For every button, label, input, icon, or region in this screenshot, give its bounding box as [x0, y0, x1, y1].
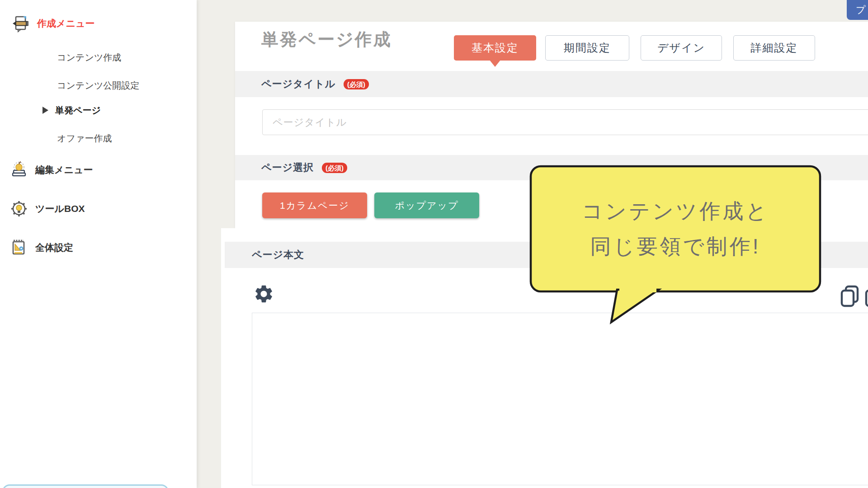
sidebar-item-label: 作成メニュー — [37, 17, 94, 30]
edit-menu-icon — [10, 161, 28, 179]
field-label: ページ選択 — [261, 161, 314, 174]
app-root: 作成メニュー コンテンツ作成 コンテンツ公開設定 単発ページ オファー作成 編集… — [0, 0, 868, 488]
bottom-widget[interactable] — [2, 484, 169, 488]
one-column-page-button[interactable]: 1カラムページ — [262, 192, 367, 218]
global-settings-icon — [10, 239, 28, 257]
field-label: ページ本文 — [252, 248, 304, 262]
page-title-input[interactable] — [262, 109, 868, 135]
copy-icon[interactable] — [839, 284, 861, 309]
required-badge: (必須) — [322, 163, 347, 173]
copy-icon[interactable] — [863, 284, 868, 309]
sidebar-item-toolbox[interactable]: ツールBOX — [10, 200, 85, 218]
sidebar-item-edit-menu[interactable]: 編集メニュー — [10, 161, 93, 179]
tab-design[interactable]: デザイン — [641, 35, 722, 61]
create-menu-icon — [12, 14, 30, 33]
section-header-page-title: ページタイトル (必須) — [235, 71, 868, 97]
page-title: 単発ページ作成 — [261, 28, 392, 51]
popup-button[interactable]: ポップアップ — [374, 192, 479, 218]
sidebar-item-offer-create[interactable]: オファー作成 — [57, 132, 112, 145]
sidebar-item-create-menu[interactable]: 作成メニュー — [12, 14, 94, 33]
required-badge: (必須) — [344, 79, 369, 89]
tab-detail-settings[interactable]: 詳細設定 — [733, 35, 815, 61]
toolbox-icon — [10, 200, 28, 218]
preview-button[interactable]: プ — [847, 0, 868, 20]
section-header-page-body: ページ本文 — [225, 242, 868, 268]
sidebar-item-label: 全体設定 — [35, 241, 73, 254]
page-body-editor[interactable] — [252, 313, 868, 485]
field-label: ページタイトル — [261, 77, 335, 91]
sidebar-item-label: 編集メニュー — [35, 164, 93, 176]
gear-icon[interactable] — [253, 283, 274, 305]
sidebar: 作成メニュー コンテンツ作成 コンテンツ公開設定 単発ページ オファー作成 編集… — [0, 0, 197, 488]
section-header-page-select: ページ選択 (必須) — [235, 155, 868, 180]
sidebar-item-label: ツールBOX — [35, 202, 85, 215]
tab-period-settings[interactable]: 期間設定 — [545, 35, 629, 61]
sidebar-item-single-page[interactable]: 単発ページ — [55, 104, 101, 117]
tab-basic-settings[interactable]: 基本設定 — [454, 35, 536, 61]
sidebar-item-content-create[interactable]: コンテンツ作成 — [57, 52, 121, 64]
sidebar-item-content-publish[interactable]: コンテンツ公開設定 — [57, 80, 139, 92]
sidebar-item-global-settings[interactable]: 全体設定 — [10, 239, 73, 257]
active-item-caret-icon — [42, 107, 48, 114]
